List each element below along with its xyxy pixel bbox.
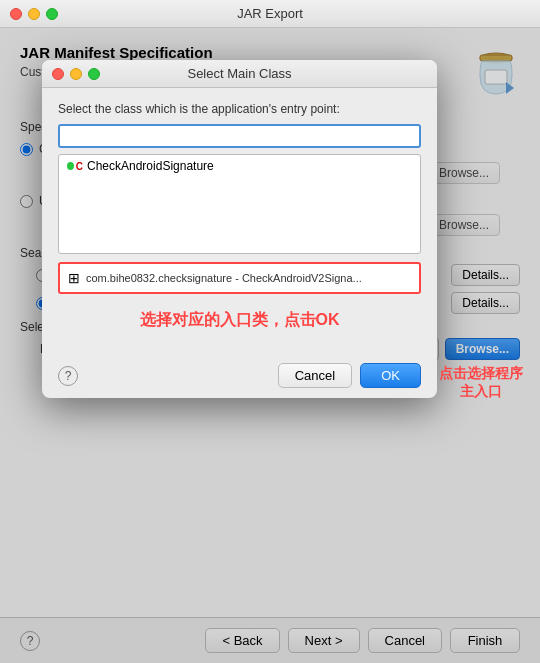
list-item[interactable]: C CheckAndroidSignature xyxy=(59,155,420,177)
chinese-annotation: 选择对应的入口类，点击OK xyxy=(58,302,421,339)
dialog-ok-button[interactable]: OK xyxy=(360,363,421,388)
dialog-maximize-button[interactable] xyxy=(88,68,100,80)
dialog-body: Select the class which is the applicatio… xyxy=(42,88,437,353)
dialog-description: Select the class which is the applicatio… xyxy=(58,102,421,116)
dialog-cancel-button[interactable]: Cancel xyxy=(278,363,352,388)
class-name: CheckAndroidSignature xyxy=(87,159,214,173)
title-bar: JAR Export xyxy=(0,0,540,28)
selected-class-name: com.bihe0832.checksignature - CheckAndro… xyxy=(86,272,362,284)
dialog-search-input[interactable] xyxy=(58,124,421,148)
dialog-title: Select Main Class xyxy=(187,66,291,81)
dialog-class-list[interactable]: C CheckAndroidSignature xyxy=(58,154,421,254)
dialog-minimize-button[interactable] xyxy=(70,68,82,80)
class-icon: C xyxy=(67,158,83,174)
select-main-class-dialog: Select Main Class Select the class which… xyxy=(42,60,437,398)
maximize-button[interactable] xyxy=(46,8,58,20)
right-annotation: 点击选择程序主入口 xyxy=(436,365,526,401)
grid-icon: ⊞ xyxy=(68,270,80,286)
traffic-lights xyxy=(10,8,58,20)
close-button[interactable] xyxy=(10,8,22,20)
minimize-button[interactable] xyxy=(28,8,40,20)
selected-item-box: ⊞ com.bihe0832.checksignature - CheckAnd… xyxy=(58,262,421,294)
dialog-help-button[interactable]: ? xyxy=(58,366,78,386)
dialog-buttons: ? Cancel OK xyxy=(42,353,437,398)
dialog-traffic-lights xyxy=(52,68,100,80)
green-dot-icon xyxy=(67,162,74,170)
dialog-close-button[interactable] xyxy=(52,68,64,80)
window-title: JAR Export xyxy=(237,6,303,21)
dialog-titlebar: Select Main Class xyxy=(42,60,437,88)
